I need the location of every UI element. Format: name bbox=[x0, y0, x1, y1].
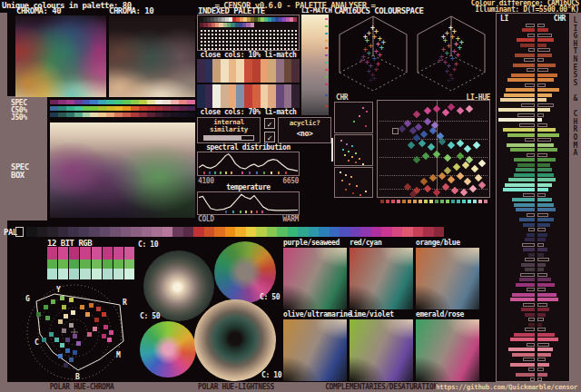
li-bar bbox=[517, 38, 535, 42]
swatch bbox=[252, 84, 261, 108]
chr-bar bbox=[537, 377, 542, 381]
swatch bbox=[162, 113, 171, 117]
chr-zone bbox=[537, 353, 567, 357]
vertical-letter: I bbox=[570, 24, 581, 33]
chr-zone bbox=[537, 198, 567, 201]
chr-bar bbox=[537, 233, 547, 237]
chroma-40-label: CHROMA: 40 bbox=[16, 7, 61, 15]
axis-label-r: R bbox=[123, 299, 127, 307]
li-zone bbox=[498, 268, 535, 271]
temperature-label: temperature bbox=[197, 184, 300, 191]
swatch bbox=[139, 113, 147, 117]
pal-cursor-box[interactable] bbox=[15, 227, 24, 237]
li-zone bbox=[498, 363, 535, 367]
histogram-row bbox=[498, 53, 567, 58]
baseline-tick bbox=[249, 172, 251, 174]
vertical-letter: G bbox=[570, 32, 581, 40]
chr-bar bbox=[537, 343, 549, 347]
li-match-speck bbox=[325, 69, 328, 71]
li-bar bbox=[510, 363, 535, 367]
li-zone bbox=[498, 83, 535, 87]
scatter-point bbox=[419, 140, 426, 147]
chr-zone bbox=[537, 308, 567, 311]
histogram-row bbox=[498, 198, 567, 203]
li-bar bbox=[519, 123, 535, 127]
histogram-row bbox=[498, 312, 567, 318]
scatter-point bbox=[473, 142, 480, 149]
li-zone bbox=[498, 98, 535, 102]
chr-bar bbox=[537, 58, 544, 62]
polar-point bbox=[96, 307, 101, 311]
histogram-row bbox=[498, 318, 567, 323]
chr-bar bbox=[537, 168, 552, 172]
chr-bar bbox=[537, 54, 552, 57]
polar-point bbox=[65, 338, 70, 342]
li-zone bbox=[498, 88, 535, 92]
chr-zone bbox=[537, 58, 567, 62]
acyclic-value[interactable]: <no> bbox=[279, 131, 330, 138]
hue-strip-tick bbox=[435, 200, 438, 203]
swatch bbox=[83, 106, 91, 111]
li-zone bbox=[498, 253, 535, 257]
histogram-row bbox=[498, 238, 567, 243]
vertical-letter: & bbox=[570, 94, 581, 103]
scatter-scrollbar-thumb[interactable] bbox=[331, 138, 333, 162]
chr-zone bbox=[537, 193, 567, 197]
li-match-speck bbox=[325, 62, 328, 64]
swatch bbox=[106, 100, 114, 104]
indexed-palette-box[interactable] bbox=[197, 15, 300, 51]
li-zone bbox=[498, 58, 535, 62]
spec-strip bbox=[50, 100, 195, 104]
scatter-vline bbox=[437, 101, 438, 197]
li-zone bbox=[498, 318, 535, 321]
li-match-speck bbox=[325, 54, 328, 56]
swatch bbox=[221, 84, 229, 108]
rgb12-grid bbox=[47, 247, 135, 279]
swatch bbox=[187, 100, 195, 104]
rgb12-column bbox=[80, 247, 90, 279]
polar-hue-chroma-plot: G Y R C M B bbox=[11, 279, 145, 381]
li-bar bbox=[512, 353, 535, 357]
chr-zone bbox=[537, 208, 567, 211]
swatch bbox=[434, 227, 445, 237]
scatter-point bbox=[464, 178, 471, 185]
similarity-checkbox[interactable]: ✓ bbox=[264, 118, 275, 129]
chr-zone bbox=[537, 218, 567, 221]
swatch bbox=[114, 113, 123, 117]
chr-zone bbox=[537, 128, 567, 132]
polar-point bbox=[60, 296, 64, 300]
hue-strip-tick bbox=[440, 200, 444, 203]
axis-label-g: G bbox=[25, 295, 30, 303]
polar-point bbox=[102, 312, 106, 317]
scatter-point bbox=[466, 105, 473, 113]
swatch bbox=[212, 84, 221, 108]
histogram-row bbox=[498, 118, 567, 123]
swatch bbox=[123, 113, 131, 117]
swatch bbox=[246, 227, 257, 237]
hue-strip-tick bbox=[413, 200, 417, 203]
acyclic-checkbox[interactable]: ✓ bbox=[264, 132, 275, 142]
chr-bar bbox=[537, 278, 551, 281]
pal-strip[interactable] bbox=[26, 227, 444, 237]
li-zone bbox=[498, 198, 535, 201]
chr-bar bbox=[537, 298, 558, 301]
polar-point bbox=[85, 312, 90, 317]
chr-zone bbox=[537, 78, 567, 82]
lightness-chroma-vertical-label: LIGHTNESS & CHROMA bbox=[570, 16, 581, 157]
baseline-tick bbox=[203, 172, 205, 174]
chr-bar bbox=[537, 253, 544, 257]
li-zone bbox=[498, 328, 535, 331]
chr-zone bbox=[537, 54, 567, 57]
close-cols-row-2 bbox=[197, 84, 300, 108]
spectral-distribution-label: spectral distribution bbox=[197, 144, 300, 152]
github-url-link[interactable]: https://github.com/Quickmarble/censor bbox=[427, 384, 577, 391]
li-bar bbox=[516, 283, 535, 287]
swatch bbox=[197, 59, 205, 83]
swatch bbox=[66, 113, 74, 117]
li-bar bbox=[528, 253, 535, 257]
chr-zone bbox=[537, 373, 567, 377]
chr-bar bbox=[537, 83, 546, 87]
chr-zone bbox=[537, 74, 567, 77]
cube-chr: ++++++++++++++++++++++++++ bbox=[334, 14, 412, 93]
polar-point bbox=[80, 305, 84, 309]
